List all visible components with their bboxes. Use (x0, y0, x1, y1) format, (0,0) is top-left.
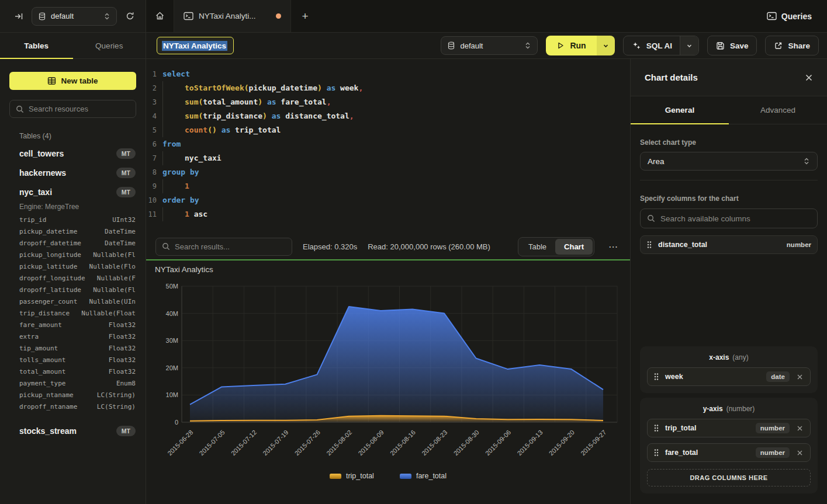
svg-text:2015-08-02: 2015-08-02 (325, 429, 353, 457)
results-search[interactable] (155, 238, 292, 256)
drag-columns-drop-zone[interactable]: DRAG COLUMNS HERE (647, 469, 811, 486)
new-tab-button[interactable]: + (291, 0, 319, 32)
editor-line: 111 asc (146, 207, 630, 221)
results-chart[interactable]: 010M20M30M40M50M2015-06-282015-07-052015… (146, 260, 630, 504)
y-axis-constraint: (number) (726, 405, 755, 413)
sql-ai-label: SQL AI (646, 41, 672, 50)
sidebar: Tables Queries New table Tables (4) cell… (0, 33, 146, 504)
column-row: trip_idUInt32 (0, 214, 146, 226)
save-button[interactable]: Save (707, 36, 757, 55)
x-axis-column-week[interactable]: week date (647, 367, 811, 386)
columns-search[interactable] (640, 208, 818, 228)
sql-ai-options-button[interactable] (680, 36, 698, 55)
editor-line: 8group by (146, 165, 630, 179)
close-panel-button[interactable] (805, 74, 813, 82)
sidebar-tab-tables[interactable]: Tables (0, 33, 73, 58)
legend-item-fare_total[interactable]: fare_total (400, 472, 447, 480)
drag-handle-icon[interactable] (646, 241, 652, 249)
results-more-button[interactable]: ⋯ (605, 239, 622, 255)
remove-column-button[interactable] (795, 374, 804, 380)
svg-text:2015-08-16: 2015-08-16 (389, 429, 417, 457)
column-row: trip_distanceNullable(Float (0, 308, 146, 319)
drag-handle-icon[interactable] (653, 424, 659, 432)
y-axis-column-trip-total[interactable]: trip_total number (647, 419, 811, 437)
legend-label: trip_total (346, 472, 374, 480)
table-name: hackernews (19, 168, 116, 178)
svg-text:2015-08-23: 2015-08-23 (420, 429, 448, 457)
table-name: stocks_stream (19, 426, 116, 436)
query-tab-active[interactable]: NYTaxi Analyti... (174, 0, 291, 32)
chart-legend: trip_totalfare_total (146, 472, 630, 480)
collapse-sidebar-button[interactable] (12, 9, 26, 23)
run-button[interactable]: Run (546, 36, 596, 55)
close-icon (797, 374, 803, 380)
new-table-button[interactable]: New table (9, 72, 136, 90)
svg-text:40M: 40M (166, 310, 178, 317)
table-row-nyc-taxi[interactable]: nyc_taxi MT (0, 182, 146, 201)
column-row: pickup_datetimeDateTime (0, 226, 146, 238)
editor-line: 7nyc_taxi (146, 151, 630, 165)
column-row: dropoff_ntanameLC(String) (0, 401, 146, 413)
available-column-distance-total[interactable]: distance_total number (640, 235, 818, 254)
plus-icon: + (302, 10, 308, 23)
remove-column-button[interactable] (795, 425, 804, 432)
y-axis-column-fare-total[interactable]: fare_total number (647, 443, 811, 462)
drag-handle-icon[interactable] (653, 449, 659, 457)
database-icon (38, 12, 46, 20)
view-toggle-chart[interactable]: Chart (555, 239, 593, 255)
column-type-badge: date (766, 371, 790, 382)
chart-panel: NYTaxi Analytics 010M20M30M40M50M2015-06… (146, 260, 630, 504)
columns-search-input[interactable] (660, 214, 811, 223)
sidebar-search[interactable] (9, 100, 136, 118)
drag-handle-icon[interactable] (653, 373, 659, 381)
svg-text:2015-07-12: 2015-07-12 (230, 429, 258, 457)
run-button-group: Run (546, 36, 614, 55)
column-name: distance_total (658, 241, 781, 249)
chart-type-select[interactable]: Area (640, 152, 818, 171)
chart-details-body: Select chart type Area Specify columns f… (631, 124, 827, 504)
svg-text:0: 0 (175, 419, 178, 426)
refresh-icon (125, 11, 135, 21)
run-options-button[interactable] (597, 36, 615, 55)
close-icon (797, 450, 803, 456)
legend-item-trip_total[interactable]: trip_total (330, 472, 374, 480)
queries-button[interactable]: Queries (752, 0, 827, 32)
topbar: default NYTaxi Analyti.. (0, 0, 827, 33)
sidebar-tabs: Tables Queries (0, 33, 146, 59)
query-title-input[interactable]: NYTaxi Analytics (157, 37, 234, 54)
y-axis-dropbox: y-axis(number) trip_total number (640, 398, 818, 493)
table-name: cell_towers (19, 149, 116, 158)
sidebar-tab-queries[interactable]: Queries (73, 33, 146, 58)
results-toolbar: Elapsed: 0.320s Read: 20,000,000 rows (2… (146, 234, 630, 260)
tab-advanced[interactable]: Advanced (729, 96, 827, 124)
column-row: tolls_amountFloat32 (0, 354, 146, 366)
svg-text:2015-09-06: 2015-09-06 (484, 429, 512, 457)
legend-label: fare_total (416, 472, 447, 480)
sql-ai-button[interactable]: SQL AI (623, 36, 699, 55)
chart-details-panel: Chart details General Advanced Select ch… (630, 59, 827, 504)
toolbar-database-selector[interactable]: default (441, 36, 538, 55)
table-row-cell-towers[interactable]: cell_towers MT (0, 144, 146, 163)
svg-text:2015-09-27: 2015-09-27 (579, 429, 607, 457)
remove-column-button[interactable] (795, 450, 804, 456)
sidebar-search-input[interactable] (29, 105, 130, 113)
table-row-stocks-stream[interactable]: stocks_stream MT (0, 421, 146, 440)
share-button[interactable]: Share (765, 36, 819, 55)
search-icon (647, 214, 655, 223)
database-selector[interactable]: default (32, 7, 117, 26)
svg-text:2015-09-13: 2015-09-13 (515, 429, 544, 457)
sql-editor[interactable]: 1select2toStartOfWeek(pickup_datetime) a… (146, 59, 630, 234)
home-tab[interactable] (146, 0, 174, 32)
svg-text:2015-07-19: 2015-07-19 (261, 429, 289, 457)
results-search-input[interactable] (175, 242, 286, 251)
tab-general[interactable]: General (631, 96, 729, 124)
refresh-button[interactable] (123, 9, 137, 23)
editor-line: 5count() as trip_total (146, 123, 630, 137)
specify-columns-label: Specify columns for the chart (640, 194, 818, 203)
legend-swatch (400, 474, 411, 479)
tables-section-label: Tables (4) (19, 132, 146, 140)
column-name: week (665, 373, 760, 381)
view-toggle-table[interactable]: Table (520, 239, 555, 255)
editor-line: 10order by (146, 193, 630, 207)
table-row-hackernews[interactable]: hackernews MT (0, 163, 146, 182)
